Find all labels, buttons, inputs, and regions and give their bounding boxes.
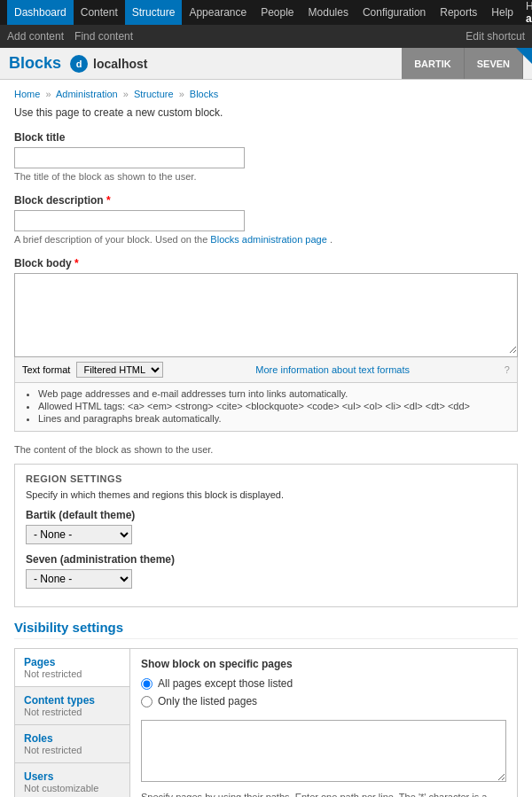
nav-appearance[interactable]: Appearance [182, 0, 254, 25]
block-description-input[interactable] [14, 210, 245, 231]
radio-all-pages-input[interactable] [141, 678, 153, 690]
breadcrumb-admin[interactable]: Administration [56, 89, 118, 99]
admin-bar: Add content Find content Edit shortcut [0, 25, 532, 48]
format-info-item-2: Allowed HTML tags: <a> <em> <strong> <ci… [38, 401, 508, 411]
region-settings-title: REGION SETTINGS [26, 473, 506, 484]
add-content-link[interactable]: Add content [7, 30, 64, 43]
breadcrumb-home[interactable]: Home [14, 89, 40, 99]
block-body-section: Block body * Text format Filtered HTML F… [14, 257, 518, 432]
visibility-container: Pages Not restricted Content types Not r… [14, 648, 518, 797]
radio-all-pages: All pages except those listed [141, 677, 506, 690]
radio-listed-pages-input[interactable] [141, 696, 153, 707]
block-body-textarea[interactable] [15, 274, 517, 354]
block-title-section: Block title The title of the block as sh… [14, 131, 518, 182]
tab-bartik[interactable]: BARTIK [402, 48, 465, 79]
breadcrumb-blocks[interactable]: Blocks [190, 89, 218, 99]
format-info-item-3: Lines and paragraphs break automatically… [38, 413, 508, 424]
seven-label: Seven (administration theme) [26, 553, 506, 566]
block-description-label: Block description * [14, 194, 518, 207]
breadcrumb-structure[interactable]: Structure [134, 89, 174, 99]
pages-textarea[interactable] [141, 720, 506, 782]
nav-help[interactable]: Help [484, 0, 520, 25]
nav-modules[interactable]: Modules [301, 0, 356, 25]
bartik-region-select[interactable]: - None - [26, 525, 132, 544]
find-content-link[interactable]: Find content [74, 30, 133, 43]
visibility-sidebar: Pages Not restricted Content types Not r… [15, 649, 130, 797]
format-info-item-1: Web page addresses and e-mail addresses … [38, 388, 508, 399]
text-format-left: Text format Filtered HTML Full HTML Plai… [22, 362, 163, 378]
region-settings: REGION SETTINGS Specify in which themes … [14, 464, 518, 607]
page-description: Use this page to create a new custom blo… [14, 106, 518, 119]
radio-all-pages-label: All pages except those listed [158, 677, 293, 690]
breadcrumb: Home » Administration » Structure » Bloc… [14, 89, 518, 99]
visibility-main: Show block on specific pages All pages e… [130, 649, 517, 797]
edit-shortcut: Edit shortcut [466, 30, 525, 43]
bartik-label: Bartik (default theme) [26, 509, 506, 521]
hello-text: Hello admin [520, 0, 532, 25]
text-format-bar: Text format Filtered HTML Full HTML Plai… [14, 357, 518, 383]
help-icon: ? [505, 364, 510, 375]
page-header: Blocks d localhost BARTIK SEVEN [0, 48, 532, 80]
vis-tab-ct-sublabel: Not restricted [24, 707, 121, 717]
page-title: Blocks d localhost [9, 54, 148, 73]
vis-tab-content-types[interactable]: Content types Not restricted [15, 687, 129, 725]
corner-indicator [516, 48, 532, 64]
top-nav-bar: Dashboard Content Structure Appearance P… [0, 0, 532, 25]
block-title-hint: The title of the block as shown to the u… [14, 171, 518, 182]
vis-tab-users[interactable]: Users Not customizable [15, 763, 129, 797]
visibility-settings-title: Visibility settings [14, 620, 518, 639]
content-note: The content of the block as shown to the… [14, 444, 518, 455]
radio-listed-pages-label: Only the listed pages [158, 695, 257, 707]
nav-dashboard[interactable]: Dashboard [7, 0, 74, 25]
vis-tab-roles-sublabel: Not restricted [24, 745, 121, 755]
block-description-section: Block description * A brief description … [14, 194, 518, 245]
block-title-input[interactable] [14, 147, 245, 168]
bartik-select-wrap: - None - [26, 525, 506, 544]
vis-tab-roles-label: Roles [24, 732, 121, 745]
vis-tab-users-sublabel: Not customizable [24, 783, 121, 793]
logo-icon: d [70, 55, 88, 73]
host-label: localhost [93, 57, 147, 71]
main-content: Home » Administration » Structure » Bloc… [0, 80, 532, 797]
vis-tab-roles[interactable]: Roles Not restricted [15, 725, 129, 763]
nav-reports[interactable]: Reports [433, 0, 484, 25]
theme-tabs: BARTIK SEVEN [402, 48, 523, 79]
vis-tab-ct-label: Content types [24, 694, 121, 707]
nav-content[interactable]: Content [74, 0, 125, 25]
block-body-label: Block body * [14, 257, 518, 270]
required-indicator: * [106, 194, 111, 207]
required-indicator-body: * [74, 257, 79, 270]
blocks-admin-link[interactable]: Blocks administration page [210, 234, 326, 245]
pages-hint: Specify pages by using their paths. Ente… [141, 790, 506, 797]
logo-host: d [70, 55, 88, 73]
radio-listed-pages: Only the listed pages [141, 695, 506, 707]
nav-configuration[interactable]: Configuration [356, 0, 433, 25]
body-textarea-wrap [14, 273, 518, 357]
more-info-link[interactable]: More information about text formats [255, 364, 410, 375]
vis-tab-pages-label: Pages [24, 656, 121, 668]
format-info: Web page addresses and e-mail addresses … [14, 383, 518, 432]
nav-structure[interactable]: Structure [125, 0, 183, 25]
vis-tab-pages[interactable]: Pages Not restricted [15, 649, 129, 687]
text-format-label: Text format [22, 364, 70, 375]
block-description-hint: A brief description of your block. Used … [14, 234, 518, 245]
region-settings-desc: Specify in which themes and regions this… [26, 489, 506, 500]
vis-tab-pages-sublabel: Not restricted [24, 668, 121, 679]
tab-seven[interactable]: SEVEN [465, 48, 523, 79]
format-info-list: Web page addresses and e-mail addresses … [24, 388, 508, 424]
block-title-label: Block title [14, 131, 518, 144]
seven-region-select[interactable]: - None - [26, 569, 132, 589]
vis-tab-users-label: Users [24, 770, 121, 783]
text-format-select[interactable]: Filtered HTML Full HTML Plain text [76, 362, 163, 378]
seven-select-wrap: - None - [26, 569, 506, 589]
vis-pages-title: Show block on specific pages [141, 658, 506, 670]
nav-people[interactable]: People [254, 0, 301, 25]
